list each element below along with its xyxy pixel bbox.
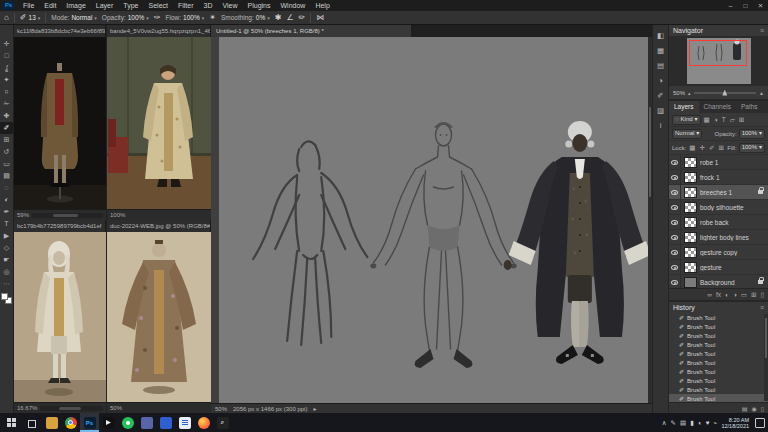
menu-select[interactable]: Select (144, 0, 173, 11)
taskbar-app-search[interactable]: ⌕ (213, 413, 232, 432)
filter-smart-objects-icon[interactable]: ⊞ (738, 116, 745, 124)
path-selection-tool[interactable]: ▶ (0, 230, 13, 242)
swatches-panel-icon[interactable]: ▦ (654, 45, 667, 56)
layer-row[interactable]: gesture copy (669, 245, 768, 260)
brush-tool[interactable]: ✐ (0, 122, 13, 134)
visibility-toggle[interactable] (669, 260, 681, 274)
tray-volume-icon[interactable]: ◖ (698, 419, 702, 426)
filter-adjustment-layers-icon[interactable]: ◑ (713, 116, 719, 123)
brush-angle-icon[interactable]: ∠ (286, 13, 293, 22)
layer-row-background[interactable]: Background (669, 275, 768, 288)
layer-filter-kind-dropdown[interactable]: ◌ Kind ▾ (672, 115, 701, 125)
tab-paths[interactable]: Paths (736, 101, 763, 113)
reference-image-coat-red-waistcoat[interactable] (14, 37, 106, 209)
ref-doc-tab-4[interactable]: duc-20224-WEB.jpg @ 50% (RGB/8#) (107, 220, 211, 232)
blur-tool[interactable]: ◌ (0, 182, 13, 194)
navigator-preview[interactable] (669, 36, 768, 86)
tab-layers[interactable]: Layers (669, 101, 699, 113)
layer-thumbnail[interactable] (684, 247, 697, 258)
brush-preset-picker[interactable]: ✐ 13 ▾ (20, 13, 40, 22)
layer-fill-field[interactable]: 100% ▾ (739, 143, 765, 153)
zoom-level-field[interactable]: 50% (215, 406, 227, 412)
clone-stamp-tool[interactable]: ⊞ (0, 134, 13, 146)
reference-image-ornate-robe-green-room[interactable] (107, 37, 211, 209)
layer-thumbnail[interactable] (684, 202, 697, 213)
menu-layer[interactable]: Layer (91, 0, 119, 11)
taskbar-app-photoshop[interactable]: Ps (80, 413, 99, 432)
lock-all-icon[interactable]: ⊞ (717, 144, 724, 152)
dodge-tool[interactable]: ◐ (0, 194, 13, 206)
panel-menu-icon[interactable]: ≡ (760, 304, 764, 311)
filter-type-layers-icon[interactable]: T (721, 116, 727, 123)
history-state[interactable]: ✐Brush Tool (669, 313, 768, 322)
menu-edit[interactable]: Edit (39, 0, 61, 11)
menu-filter[interactable]: Filter (173, 0, 199, 11)
reference-image-patterned-banyan[interactable] (107, 232, 211, 402)
status-arrow-icon[interactable]: ▸ (313, 405, 316, 412)
layer-row-selected[interactable]: breeches 1 (669, 185, 768, 200)
menu-type[interactable]: Type (118, 0, 143, 11)
tray-chevron-up-icon[interactable]: ∧ (662, 419, 667, 427)
lock-position-icon[interactable]: ✛ (699, 144, 706, 152)
taskbar-app-file-explorer[interactable] (42, 413, 61, 432)
smoothing-gear-icon[interactable]: ✱ (275, 13, 282, 22)
taskbar-app-purple[interactable] (137, 413, 156, 432)
eyedropper-tool[interactable]: ✁ (0, 98, 13, 110)
new-snapshot-icon[interactable]: ◉ (751, 405, 756, 412)
tray-security-icon[interactable]: ♥ (706, 419, 710, 426)
history-state[interactable]: ✐Brush Tool (669, 367, 768, 376)
tray-network-icon[interactable]: ⌁ (714, 419, 718, 427)
flow-field[interactable]: 100% (183, 14, 200, 21)
link-layers-icon[interactable]: ∞ (707, 291, 712, 298)
close-button[interactable]: ✕ (753, 0, 768, 11)
opacity-field[interactable]: 100% (128, 14, 145, 21)
taskbar-app-chrome[interactable] (61, 413, 80, 432)
layer-row[interactable]: robe back (669, 215, 768, 230)
tray-battery-icon[interactable]: ▮ (690, 419, 694, 427)
taskbar-app-blue[interactable] (156, 413, 175, 432)
history-state[interactable]: ✐Brush Tool (669, 322, 768, 331)
taskbar-clock[interactable]: 8:20 AM 12/18/2021 (721, 417, 749, 429)
layer-thumbnail[interactable] (684, 217, 697, 228)
visibility-toggle[interactable] (669, 185, 681, 199)
layer-thumbnail[interactable] (684, 262, 697, 273)
quick-selection-tool[interactable]: ✦ (0, 74, 13, 86)
airbrush-icon[interactable]: ✴ (209, 13, 216, 22)
mode-dropdown[interactable]: Normal (71, 14, 92, 21)
zoom-level[interactable]: 50% (110, 403, 122, 413)
visibility-toggle[interactable] (669, 155, 681, 169)
new-document-from-state-icon[interactable]: ▤ (742, 405, 748, 412)
type-tool[interactable]: T (0, 218, 13, 230)
reference-image-cream-coat-wig[interactable] (14, 232, 106, 402)
visibility-toggle[interactable] (669, 170, 681, 184)
maximize-button[interactable]: □ (738, 0, 753, 11)
zoom-in-icon[interactable]: ▲ (759, 90, 764, 96)
layer-row[interactable]: body silhouette (669, 200, 768, 215)
layer-thumbnail[interactable] (684, 157, 697, 168)
lock-image-pixels-icon[interactable]: ✐ (708, 144, 715, 152)
navigator-proxy-view-box[interactable] (689, 40, 747, 66)
delete-layer-icon[interactable]: ▯ (760, 291, 764, 299)
history-state[interactable]: ✐Brush Tool (669, 331, 768, 340)
notification-center-icon[interactable] (755, 418, 765, 428)
panel-menu-icon[interactable]: ≡ (760, 27, 764, 34)
delete-state-icon[interactable]: ▯ (761, 405, 764, 412)
filter-shape-layers-icon[interactable]: ▱ (729, 116, 736, 124)
color-panel-icon[interactable]: ◧ (654, 30, 667, 41)
filter-pixel-layers-icon[interactable]: ▦ (703, 116, 711, 124)
taskbar-app-firefox[interactable] (194, 413, 213, 432)
history-state[interactable]: ✐Brush Tool (669, 376, 768, 385)
eraser-tool[interactable]: ▭ (0, 158, 13, 170)
healing-brush-tool[interactable]: ✚ (0, 110, 13, 122)
zoom-tool[interactable]: ◎ (0, 266, 13, 278)
history-scrollbar[interactable] (764, 314, 768, 401)
adjustments-panel-icon[interactable]: ◑ (654, 75, 667, 86)
task-view-button[interactable] (22, 414, 42, 432)
zoom-level[interactable]: 59% (17, 210, 29, 220)
history-state-current[interactable]: ✐Brush Tool (669, 394, 768, 402)
menu-3d[interactable]: 3D (199, 0, 218, 11)
tab-channels[interactable]: Channels (699, 101, 736, 113)
layer-group-icon[interactable]: ▭ (741, 291, 747, 299)
taskbar-app-messenger-green[interactable] (118, 413, 137, 432)
zoom-level[interactable]: 100% (110, 210, 125, 220)
